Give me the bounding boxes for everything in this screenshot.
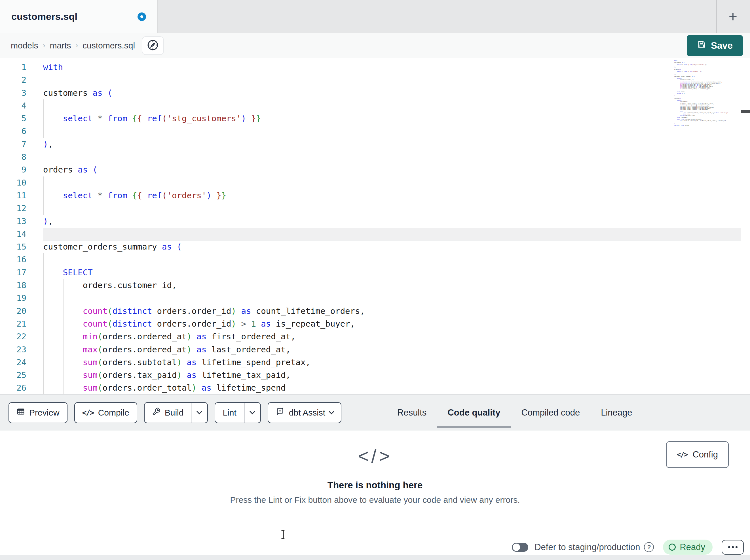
code-line[interactable]: 13), [0,215,741,228]
code-line[interactable]: 8 [0,151,741,163]
new-tab-button[interactable]: + [723,6,744,27]
indent-guide [43,266,44,279]
indent-guide [63,343,63,356]
lint-button[interactable]: Lint [215,402,261,423]
code-line[interactable]: 14 [0,228,741,241]
code-line[interactable]: 5 select * from {{ ref('stg_customers') … [0,112,741,125]
action-toolbar: Preview </> Compile Build [0,394,750,431]
code-line[interactable]: 11 select * from {{ ref('orders') }} [0,189,741,202]
code-line[interactable]: 23 max(orders.ordered_at) as last_ordere… [0,343,741,356]
lint-dropdown[interactable] [244,403,260,422]
line-number: 5 [0,112,43,125]
code-line[interactable]: 21 count(distinct orders.order_id) > 1 a… [0,317,741,330]
config-button[interactable]: </> Config [666,441,729,468]
line-number: 3 [0,87,43,99]
indent-guide [43,317,44,330]
build-button[interactable]: Build [144,402,208,423]
code-brackets-icon: </> [82,409,94,417]
scrollbar-thumb[interactable] [741,110,750,113]
code-line[interactable]: 22 min(orders.ordered_at) as first_order… [0,330,741,343]
toolbar-buttons: Preview </> Compile Build [0,402,341,423]
explore-lineage-button[interactable] [142,36,164,55]
code-line[interactable]: 2 [0,74,741,86]
indent-guide [63,305,63,317]
code-editor[interactable]: 1with23customers as (45 select * from {{… [0,58,750,394]
defer-toggle[interactable] [512,543,528,552]
indent-guide [43,99,44,112]
line-number: 17 [0,266,43,279]
line-number: 10 [0,177,43,189]
toggle-knob [513,544,520,551]
build-dropdown[interactable] [191,403,207,422]
code-line[interactable]: 19 [0,292,741,305]
editor-scrollbar[interactable] [741,59,750,394]
chevron-down-icon [197,409,202,414]
indent-guide [63,369,63,381]
code-line[interactable]: 10 [0,177,741,189]
empty-state-title: There is nothing here [0,480,750,491]
code-line[interactable]: 18 orders.customer_id, [0,279,741,292]
code-line[interactable]: 16 [0,253,741,266]
compile-button[interactable]: </> Compile [74,402,137,423]
preview-button[interactable]: Preview [8,402,67,423]
code-area[interactable]: 1with23customers as (45 select * from {{… [0,61,741,395]
ready-label: Ready [680,542,705,552]
code-line[interactable]: 17 SELECT [0,266,741,279]
indent-guide [43,330,44,343]
save-button[interactable]: Save [687,35,743,56]
indent-guide [43,279,44,292]
tab-customers-sql[interactable]: customers.sql [0,0,158,33]
code-line[interactable]: 15customer_orders_summary as ( [0,241,741,253]
dbt-assist-button[interactable]: dbt Assist [268,402,341,423]
code-line[interactable]: 3customers as ( [0,87,741,99]
save-label: Save [711,40,733,51]
defer-label: Defer to staging/production [534,542,640,552]
line-number: 6 [0,125,43,138]
code-line[interactable]: 7), [0,138,741,151]
breadcrumb-separator: › [43,41,45,50]
panel-tabs: ResultsCode qualityCompiled codeLineage [387,395,643,431]
line-number: 8 [0,151,43,163]
code-line[interactable]: 26 sum(orders.order_total) as lifetime_s… [0,381,741,394]
indent-guide [43,189,44,202]
more-options-button[interactable] [722,540,744,555]
code-line[interactable]: 20 count(distinct orders.order_id) as co… [0,305,741,317]
indent-guide [43,305,44,317]
status-badge: Ready [663,540,713,555]
code-line[interactable]: 25 sum(orders.tax_paid) as lifetime_tax_… [0,369,741,381]
code-line[interactable]: 6 [0,125,741,138]
question-circle-icon[interactable]: ? [644,542,654,552]
indent-guide [43,112,44,125]
breadcrumb-marts[interactable]: marts [50,41,71,50]
text-ibeam-cursor [280,529,287,541]
circle-outline-icon [669,544,676,551]
compass-icon [146,39,159,53]
table-grid-icon [17,407,25,418]
code-quality-panel: </> There is nothing here Press the Lint… [0,431,750,539]
code-line[interactable]: 4 [0,99,741,112]
line-number: 18 [0,279,43,292]
indent-guide [63,356,63,369]
build-label: Build [165,408,184,417]
panel-tab-results[interactable]: Results [387,395,437,431]
preview-label: Preview [29,408,60,417]
line-number: 16 [0,253,43,266]
line-number: 12 [0,202,43,215]
line-number: 21 [0,317,43,330]
line-number: 14 [0,228,43,241]
code-line[interactable]: 12 [0,202,741,215]
code-line[interactable]: 1with [0,61,741,74]
indent-guide [63,381,63,394]
code-line[interactable]: 24 sum(orders.subtotal) as lifetime_spen… [0,356,741,369]
breadcrumb-customers-sql[interactable]: customers.sql [82,41,135,50]
lint-label: Lint [222,408,236,417]
panel-tab-code-quality[interactable]: Code quality [437,395,511,431]
breadcrumb-models[interactable]: models [11,41,38,50]
line-number: 20 [0,305,43,317]
minimap[interactable]: withcustomers as ( select * from {{ ref(… [674,60,740,126]
wrench-icon [152,407,160,418]
panel-tab-compiled-code[interactable]: Compiled code [511,395,590,431]
config-label: Config [692,450,718,460]
code-line[interactable]: 9orders as ( [0,163,741,176]
panel-tab-lineage[interactable]: Lineage [590,395,643,431]
